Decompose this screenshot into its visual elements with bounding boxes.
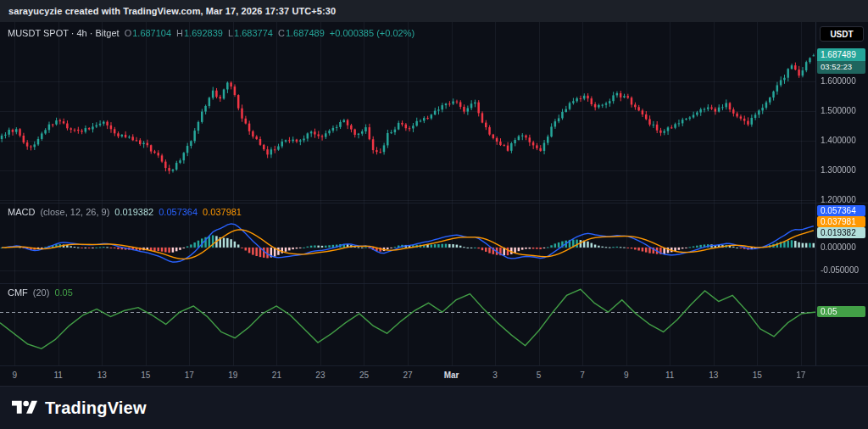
time-tick-label: 13 [709, 370, 718, 380]
last-price-value: 1.687489 [817, 48, 865, 61]
time-tick-label: 11 [54, 370, 63, 380]
main-legend: MUSDT SPOT · 4h · Bitget O1.687104 H1.69… [8, 28, 415, 38]
tradingview-logo-icon[interactable] [12, 398, 37, 418]
ohlc-high: H1.692839 [176, 28, 223, 38]
macd-signal-value: 0.037981 [203, 207, 242, 217]
time-tick-label: Mar [444, 370, 459, 380]
macd-hist-value: 0.019382 [114, 207, 153, 217]
chart-area: MUSDT SPOT · 4h · Bitget O1.687104 H1.69… [0, 22, 868, 386]
axis-tick-label: 1.500000 [821, 106, 856, 116]
attribution-bar: sarayucyzie created with TradingView.com… [0, 0, 868, 22]
tradingview-wordmark[interactable]: TradingView [45, 398, 147, 418]
time-tick-label: 9 [12, 370, 17, 380]
macd-legend: MACD (close, 12, 26, 9) 0.019382 0.05736… [8, 207, 242, 217]
time-tick-label: 19 [228, 370, 237, 380]
axis-tick-label: 1.300000 [821, 165, 856, 176]
time-tick-label: 15 [753, 370, 762, 380]
axis-tick-label: 1.600000 [821, 76, 856, 86]
bar-countdown: 03:52:23 [817, 61, 865, 74]
macd-title[interactable]: MACD [8, 207, 35, 217]
time-tick-label: 7 [580, 370, 585, 380]
pane-separator[interactable] [0, 283, 868, 284]
axis-tick-label: -0.050000 [821, 265, 859, 276]
ohlc-open: O1.687104 [125, 28, 171, 38]
time-tick-label: 21 [272, 370, 281, 380]
cmf-title[interactable]: CMF [8, 287, 28, 298]
time-tick-label: 17 [185, 370, 194, 380]
cmf-value-badge: 0.05 [817, 306, 865, 317]
time-tick-label: 15 [141, 370, 150, 380]
footer: TradingView [0, 386, 868, 429]
cmf-pane-canvas[interactable] [0, 283, 815, 365]
axis-tick-label: 1.400000 [821, 136, 856, 146]
time-tick-label: 17 [796, 370, 805, 380]
time-tick-label: 5 [537, 370, 542, 380]
time-tick-label: 27 [403, 370, 412, 380]
axis-tick-label: 1.200000 [821, 195, 856, 205]
price-pane-canvas[interactable] [0, 22, 815, 203]
time-tick-label: 23 [315, 370, 325, 380]
cmf-legend: CMF (20) 0.05 [8, 287, 73, 298]
macd-signal-badge: 0.037981 [817, 216, 865, 227]
price-change: +0.000385 (+0.02%) [330, 28, 415, 38]
ohlc-close: C1.687489 [278, 28, 325, 38]
time-tick-label: 9 [624, 370, 629, 380]
pane-separator[interactable] [0, 203, 868, 203]
time-axis[interactable]: 9111315171921232527Mar357911131517 [0, 365, 815, 386]
time-tick-label: 3 [492, 370, 498, 380]
time-tick-label: 11 [665, 370, 674, 380]
attribution-text: sarayucyzie created with TradingView.com… [8, 6, 336, 16]
symbol-title[interactable]: MUSDT SPOT · 4h · Bitget [8, 28, 120, 38]
macd-line-badge: 0.057364 [817, 205, 865, 216]
last-price-badge: 1.687489 03:52:23 [817, 48, 865, 74]
price-axis[interactable]: 1.687489 03:52:23 0.057364 0.037981 0.01… [816, 22, 868, 365]
time-tick-label: 25 [359, 370, 369, 380]
macd-hist-badge: 0.019382 [817, 227, 865, 238]
cmf-params: (20) [33, 287, 50, 298]
time-tick-label: 13 [97, 370, 107, 380]
axis-tick-label: 0.000000 [821, 242, 856, 253]
ohlc-low: L1.683774 [228, 28, 273, 38]
macd-line-value: 0.057364 [159, 207, 198, 217]
macd-params: (close, 12, 26, 9) [40, 207, 109, 217]
cmf-value: 0.05 [54, 287, 72, 298]
currency-toggle-button[interactable]: USDT [820, 26, 864, 42]
